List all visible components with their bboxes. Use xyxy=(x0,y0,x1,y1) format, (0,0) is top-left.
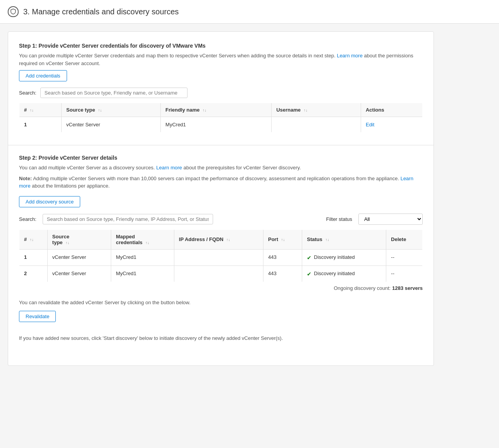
step2-col-mapped-creds: Mappedcredentials ↑↓ xyxy=(111,229,174,249)
cell-friendly-name: MyCred1 xyxy=(161,117,272,133)
edit-link[interactable]: Edit xyxy=(366,122,374,128)
cell-mapped-creds: MyCred1 xyxy=(111,265,174,282)
check-icon: ✔ xyxy=(307,271,311,277)
step1-col-username: Username ↑↓ xyxy=(272,103,361,117)
step2-col-delete: Delete xyxy=(386,229,423,249)
step2-table-head: # ↑↓ Sourcetype ↑↓ Mappedcredentials ↑↓ … xyxy=(19,229,423,249)
cell-username xyxy=(272,117,361,133)
table-row: 2 vCenter Server MyCred1 443 ✔ Discovery… xyxy=(19,265,423,282)
note-text: Adding multiple vCenter Servers with mor… xyxy=(33,176,399,181)
sort-icon: ↑↓ xyxy=(30,238,34,242)
sort-icon: ↑↓ xyxy=(325,238,329,242)
ongoing-value: 1283 servers xyxy=(392,285,423,291)
step2-learn-more-link[interactable]: Learn more xyxy=(156,165,182,171)
table-row: 1 vCenter Server MyCred1 Edit xyxy=(19,117,423,133)
page-header: 3. Manage credentials and discovery sour… xyxy=(0,0,499,24)
page-title: 3. Manage credentials and discovery sour… xyxy=(23,7,179,16)
step1-title: Step 1: Provide vCenter Server credentia… xyxy=(19,43,423,49)
step2-desc-text2: about the prerequisites for vCenter Serv… xyxy=(183,165,301,171)
step1-col-friendly-name: Friendly name ↑↓ xyxy=(161,103,272,117)
status-text: Discovery initiated xyxy=(314,271,355,276)
add-discovery-source-button[interactable]: Add discovery source xyxy=(19,196,80,207)
cell-num: 1 xyxy=(19,117,62,133)
filter-status-label: Filter status xyxy=(326,216,352,222)
sort-icon: ↑↓ xyxy=(98,108,102,112)
step2-col-ip: IP Address / FQDN ↑↓ xyxy=(174,229,263,249)
step1-desc-text: You can provide multiple vCenter Server … xyxy=(19,53,337,59)
step2-search-input[interactable] xyxy=(43,214,213,224)
step1-col-num: # ↑↓ xyxy=(19,103,62,117)
step1-table-head: # ↑↓ Source type ↑↓ Friendly name ↑↓ Use… xyxy=(19,103,423,117)
cell-num: 2 xyxy=(19,265,48,282)
revalidate-button[interactable]: Revalidate xyxy=(19,311,56,322)
step1-col-actions: Actions xyxy=(361,103,422,117)
step2-title: Step 2: Provide vCenter Server details xyxy=(19,155,423,161)
cell-source-type: vCenter Server xyxy=(47,249,111,265)
cell-port: 443 xyxy=(263,265,302,282)
sort-icon: ↑↓ xyxy=(65,241,69,245)
filter-status-select[interactable]: All Active Inactive Discovery initiated xyxy=(358,214,423,225)
sort-icon: ↑↓ xyxy=(226,238,230,242)
cell-source-type: vCenter Server xyxy=(47,265,111,282)
status-cell: ✔ Discovery initiated xyxy=(307,254,381,261)
sort-icon: ↑↓ xyxy=(203,108,206,112)
step2-col-num: # ↑↓ xyxy=(19,229,48,249)
step1-section: Step 1: Provide vCenter Server credentia… xyxy=(19,43,423,133)
sort-icon: ↑↓ xyxy=(281,238,285,242)
cell-port: 443 xyxy=(263,249,302,265)
step1-col-source-type: Source type ↑↓ xyxy=(62,103,161,117)
revalidate-section: You can revalidate the added vCenter Ser… xyxy=(19,299,423,329)
cell-ip xyxy=(174,265,263,282)
ongoing-label: Ongoing discovery count: xyxy=(334,285,391,291)
step2-col-status: Status ↑↓ xyxy=(302,229,386,249)
cell-num: 1 xyxy=(19,249,48,265)
shield-icon xyxy=(8,6,19,17)
step2-desc-text: You can add multiple vCenter Server as a… xyxy=(19,165,156,171)
cell-status: ✔ Discovery initiated xyxy=(302,265,386,282)
cell-status: ✔ Discovery initiated xyxy=(302,249,386,265)
status-cell: ✔ Discovery initiated xyxy=(307,271,381,277)
step1-search-row: Search: xyxy=(19,88,423,98)
cell-delete: -- xyxy=(386,249,423,265)
step1-search-input[interactable] xyxy=(40,88,188,98)
add-credentials-button[interactable]: Add credentials xyxy=(19,70,67,81)
revalidate-info: You can revalidate the added vCenter Ser… xyxy=(19,299,423,307)
ongoing-discovery-row: Ongoing discovery count: 1283 servers xyxy=(19,282,423,296)
step1-learn-more-link[interactable]: Learn more xyxy=(337,53,362,59)
cell-delete: -- xyxy=(386,265,423,282)
step2-note: Note: Adding multiple vCenter Servers wi… xyxy=(19,175,423,190)
step2-section: Step 2: Provide vCenter Server details Y… xyxy=(19,155,423,342)
step2-desc: You can add multiple vCenter Server as a… xyxy=(19,164,423,172)
note-text2: about the limitations per appliance. xyxy=(32,183,110,189)
main-content: Step 1: Provide vCenter Server credentia… xyxy=(8,31,434,366)
cell-source-type: vCenter Server xyxy=(62,117,161,133)
step2-table-body: 1 vCenter Server MyCred1 443 ✔ Discovery… xyxy=(19,249,423,282)
step1-table: # ↑↓ Source type ↑↓ Friendly name ↑↓ Use… xyxy=(19,103,423,133)
check-icon: ✔ xyxy=(307,255,311,261)
step2-filter-row: Search: Filter status All Active Inactiv… xyxy=(19,214,423,225)
step2-table: # ↑↓ Sourcetype ↑↓ Mappedcredentials ↑↓ … xyxy=(19,229,423,282)
step1-desc: You can provide multiple vCenter Server … xyxy=(19,52,423,67)
footer-note: If you have added new sources, click 'St… xyxy=(19,334,423,342)
table-row: 1 vCenter Server MyCred1 443 ✔ Discovery… xyxy=(19,249,423,265)
cell-mapped-creds: MyCred1 xyxy=(111,249,174,265)
sort-icon: ↑↓ xyxy=(145,241,149,245)
step1-table-body: 1 vCenter Server MyCred1 Edit xyxy=(19,117,423,133)
step1-search-label: Search: xyxy=(19,90,36,96)
status-text: Discovery initiated xyxy=(314,254,355,260)
cell-ip xyxy=(174,249,263,265)
step2-search-label: Search: xyxy=(19,216,36,222)
step2-col-source-type: Sourcetype ↑↓ xyxy=(47,229,111,249)
sort-icon: ↑↓ xyxy=(30,108,34,112)
cell-actions: Edit xyxy=(361,117,422,133)
step2-col-port: Port ↑↓ xyxy=(263,229,302,249)
note-bold-label: Note: xyxy=(19,176,32,181)
sort-icon: ↑↓ xyxy=(304,108,308,112)
